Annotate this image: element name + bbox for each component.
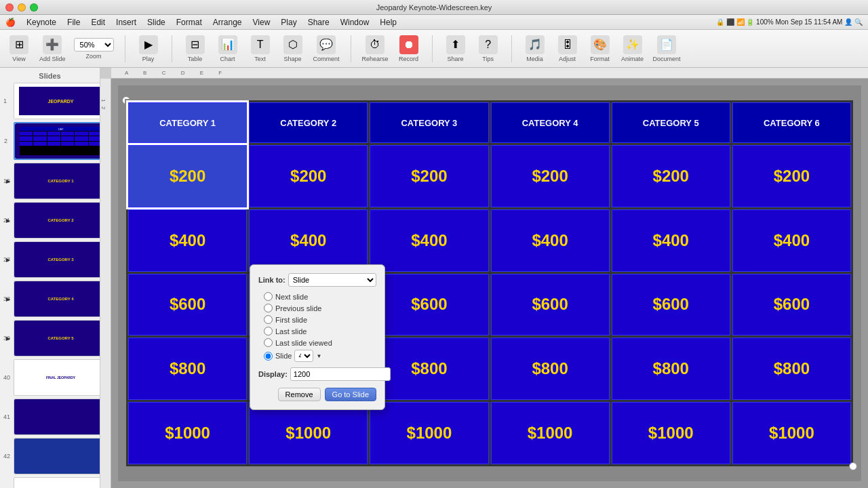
radio-previous-slide-input[interactable] <box>264 304 273 312</box>
radio-slide-num-input[interactable] <box>264 352 273 361</box>
category-4-header[interactable]: CATEGORY 4 <box>491 102 610 143</box>
cell-800-5[interactable]: $800 <box>612 338 730 400</box>
cell-400-4[interactable]: $400 <box>491 209 610 272</box>
menu-edit[interactable]: Edit <box>91 18 105 27</box>
cell-200-3[interactable]: $200 <box>370 145 488 207</box>
cell-200-5[interactable]: $200 <box>612 145 730 207</box>
document-tool[interactable]: 📄 Document <box>653 35 681 62</box>
category-3-header[interactable]: CATEGORY 3 <box>370 102 488 143</box>
slide-number-select[interactable]: 4 1 2 3 <box>294 350 313 362</box>
menu-slide[interactable]: Slide <box>147 18 165 27</box>
format-tool[interactable]: 🎨 Format <box>588 35 612 62</box>
cell-800-6[interactable]: $800 <box>732 338 851 400</box>
cell-200-6[interactable]: $200 <box>732 145 851 207</box>
cell-400-3[interactable]: $400 <box>370 209 488 272</box>
category-5-header[interactable]: CATEGORY 5 <box>612 102 730 143</box>
slide-thumb-33[interactable]: 33 ▶ CATEGORY 4 <box>14 281 100 317</box>
cell-1000-4[interactable]: $1000 <box>491 402 610 464</box>
shape-tool[interactable]: ⬡ Shape <box>281 35 305 62</box>
radio-first-slide[interactable]: First slide <box>264 315 376 324</box>
cell-400-5[interactable]: $400 <box>612 209 730 272</box>
minimize-button[interactable] <box>18 3 26 12</box>
slide-thumb-40[interactable]: 40 FINAL JEOPARDY <box>14 359 100 396</box>
slide-thumb-27[interactable]: 27 ▶ CATEGORY 3 <box>14 241 100 278</box>
maximize-button[interactable] <box>30 3 38 12</box>
slide-expand-arrow-27[interactable]: ▶ <box>6 257 10 263</box>
category-2-header[interactable]: CATEGORY 2 <box>249 102 368 143</box>
slide-expand-arrow-15[interactable]: ▶ <box>6 178 10 184</box>
tips-tool[interactable]: ? Tips <box>476 35 500 62</box>
share-tool[interactable]: ⬆ Share <box>443 35 468 62</box>
slide-thumb-42[interactable]: 42 <box>14 438 100 474</box>
play-tool[interactable]: ▶ Play <box>136 35 161 62</box>
media-tool[interactable]: 🎵 Media <box>523 35 547 62</box>
menu-file[interactable]: File <box>67 18 80 27</box>
radio-last-viewed[interactable]: Last slide viewed <box>264 338 376 347</box>
cell-200-4[interactable]: $200 <box>491 145 610 207</box>
display-input[interactable] <box>290 367 391 381</box>
radio-previous-slide[interactable]: Previous slide <box>264 304 376 312</box>
comment-tool[interactable]: 💬 Comment <box>313 35 340 62</box>
slide-expand-arrow-39[interactable]: ▶ <box>6 336 10 342</box>
slide-thumb-39[interactable]: 39 ▶ CATEGORY 5 <box>14 320 100 357</box>
slide-expand-arrow-33[interactable]: ▶ <box>6 296 10 302</box>
cell-1000-1[interactable]: $1000 <box>128 402 247 464</box>
view-tool[interactable]: ⊞ View <box>7 35 31 62</box>
menu-keynote[interactable]: Keynote <box>26 18 56 27</box>
cell-400-1[interactable]: $400 <box>128 209 247 272</box>
cell-600-1[interactable]: $600 <box>128 274 247 336</box>
menu-format[interactable]: Format <box>176 18 202 27</box>
slide-thumb-41[interactable]: 41 <box>14 399 100 435</box>
menu-insert[interactable]: Insert <box>116 18 136 27</box>
text-tool[interactable]: T Text <box>248 35 273 62</box>
chart-tool[interactable]: 📊 Chart <box>216 35 240 62</box>
close-button[interactable] <box>5 3 14 12</box>
record-tool[interactable]: ⏺ Record <box>397 35 421 62</box>
cell-1000-5[interactable]: $1000 <box>612 402 730 464</box>
goto-slide-button[interactable]: Go to Slide <box>325 388 376 401</box>
menu-play[interactable]: Play <box>281 18 296 27</box>
cell-1000-6[interactable]: $1000 <box>732 402 851 464</box>
cell-600-6[interactable]: $600 <box>732 274 851 336</box>
menu-help[interactable]: Help <box>380 18 397 27</box>
add-slide-tool[interactable]: ➕ Add Slide <box>39 35 66 62</box>
radio-next-slide-input[interactable] <box>264 292 273 301</box>
slide-thumb-43[interactable]: 43 jdaknell <box>14 477 100 488</box>
menu-view[interactable]: View <box>253 18 271 27</box>
cell-600-5[interactable]: $600 <box>612 274 730 336</box>
radio-first-slide-input[interactable] <box>264 315 273 324</box>
rehearse-tool[interactable]: ⏱ Rehearse <box>362 35 389 62</box>
remove-button[interactable]: Remove <box>278 388 321 401</box>
radio-last-viewed-input[interactable] <box>264 338 273 347</box>
slide-thumb-21[interactable]: 21 ▶ CATEGORY 2 <box>14 202 100 239</box>
menu-window[interactable]: Window <box>340 18 370 27</box>
slide-expand-arrow-21[interactable]: ▶ <box>6 218 10 224</box>
menu-apple[interactable]: 🍎 <box>5 18 16 27</box>
cell-1000-3[interactable]: $1000 <box>370 402 488 464</box>
cell-800-4[interactable]: $800 <box>491 338 610 400</box>
cell-400-6[interactable]: $400 <box>732 209 851 272</box>
slide-thumb-15[interactable]: 15 ▶ CATEGORY 1 <box>14 163 100 199</box>
radio-next-slide[interactable]: Next slide <box>264 292 376 301</box>
cell-600-3[interactable]: $600 <box>370 274 488 336</box>
cell-1000-2[interactable]: $1000 <box>249 402 368 464</box>
handle-bottom-right[interactable] <box>849 462 857 470</box>
radio-last-slide-input[interactable] <box>264 327 273 336</box>
cell-600-4[interactable]: $600 <box>491 274 610 336</box>
category-1-header[interactable]: CATEGORY 1 <box>128 102 247 143</box>
cell-200-1[interactable]: $200 <box>128 145 247 207</box>
cell-800-1[interactable]: $800 <box>128 338 247 400</box>
slide-thumb-1[interactable]: 1 JEOPARDY <box>14 83 100 119</box>
menu-arrange[interactable]: Arrange <box>213 18 242 27</box>
cell-200-2[interactable]: $200 <box>249 145 368 207</box>
cell-400-2[interactable]: $400 <box>249 209 368 272</box>
table-tool[interactable]: ⊟ Table <box>183 35 208 62</box>
radio-last-slide[interactable]: Last slide <box>264 327 376 336</box>
adjust-tool[interactable]: 🎛 Adjust <box>555 35 580 62</box>
category-6-header[interactable]: CATEGORY 6 <box>732 102 851 143</box>
zoom-tool[interactable]: 50% 75% 100% Zoom <box>74 38 114 60</box>
link-type-select[interactable]: Slide URL Email <box>288 273 376 287</box>
menu-share[interactable]: Share <box>308 18 330 27</box>
slide-thumb-2[interactable]: 2 CAT <box>14 122 100 160</box>
zoom-select[interactable]: 50% 75% 100% <box>74 38 114 52</box>
